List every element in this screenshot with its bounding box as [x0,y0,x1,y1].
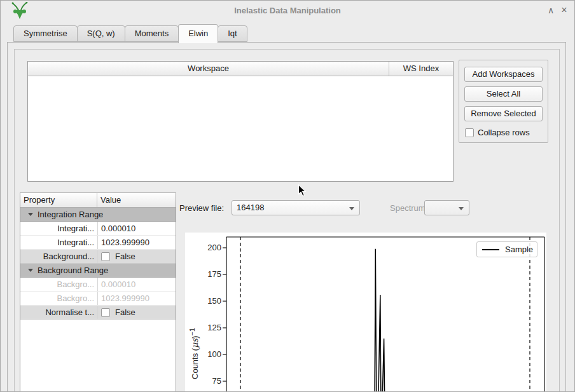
triangle-down-icon[interactable] [28,269,33,272]
property-row[interactable]: Integrati...1023.999990 [20,236,176,250]
y-tick-label: 150 [197,296,221,306]
property-name: Integrati... [20,236,97,249]
app-window: Inelastic Data Manipulation ∧ × Symmetri… [0,0,575,392]
tab-symmetrise[interactable]: Symmetrise [13,25,78,42]
y-tick-label: 200 [197,243,221,252]
property-row[interactable]: Backgro...0.000010 [20,278,176,292]
plot-legend: Sample [476,241,537,257]
property-value[interactable]: 0.000010 [97,222,176,235]
collapse-rows-checkbox-row[interactable]: Collapse rows [465,128,530,137]
property-row[interactable]: Backgro...1023.999990 [20,292,176,306]
property-value[interactable]: 1023.999990 [97,236,176,249]
column-header-workspace[interactable]: Workspace [28,62,389,76]
workspace-table-header: Workspace WS Index [28,62,453,76]
tab-elwin[interactable]: Elwin [178,24,218,43]
boolean-checkbox[interactable] [101,252,110,261]
y-tick-label: 75 [197,376,221,386]
y-tick-label: 125 [197,323,221,332]
tab-iqt[interactable]: Iqt [218,25,247,42]
spectrum-label: Spectrum: [390,203,427,213]
close-window-icon[interactable]: × [558,4,570,16]
property-group-label: Integration Range [38,208,103,221]
property-rows: Integration RangeIntegrati...0.000010Int… [20,208,176,320]
mouse-cursor-icon [298,184,307,199]
spectrum-combobox[interactable] [424,200,469,215]
collapse-rows-checkbox[interactable] [465,128,474,137]
preview-file-combobox[interactable]: 164198 [232,200,360,215]
property-name: Backgro... [20,292,97,305]
chevron-down-icon [349,207,354,210]
property-name: Integrati... [20,222,97,235]
workspace-actions-group: Add Workspaces Select All Remove Selecte… [459,60,548,143]
property-row[interactable]: Background...False [20,250,176,264]
preview-file-label: Preview file: [179,203,224,213]
property-group-label: Background Range [38,264,108,277]
preview-file-value: 164198 [237,203,264,212]
title-bar[interactable]: Inelastic Data Manipulation ∧ × [1,1,574,21]
y-tick-label: 100 [197,349,221,359]
column-header-property: Property [20,193,97,207]
property-value[interactable]: 0.000010 [97,278,176,291]
property-name: Backgro... [20,278,97,291]
property-tree-header: Property Value [20,193,176,208]
collapse-rows-label: Collapse rows [478,128,530,137]
window-title: Inelastic Data Manipulation [1,6,574,15]
legend-label-sample: Sample [505,245,533,254]
tab-moments[interactable]: Moments [125,25,179,42]
tab-bar: SymmetriseS(Q, w)MomentsElwinIqt [13,25,247,42]
boolean-text: False [115,250,135,263]
select-all-button[interactable]: Select All [464,86,543,102]
add-workspaces-button[interactable]: Add Workspaces [464,67,543,82]
remove-selected-button[interactable]: Remove Selected [464,106,543,121]
boolean-text: False [115,306,135,319]
property-value[interactable]: 1023.999990 [97,292,176,305]
property-row[interactable]: Integration Range [20,208,176,222]
y-tick-label: 175 [197,269,221,279]
triangle-down-icon[interactable] [28,213,33,216]
property-name: Normalise t... [20,306,97,319]
property-row[interactable]: Background Range [20,264,176,278]
workspace-table[interactable]: Workspace WS Index [27,61,454,182]
shade-window-icon[interactable]: ∧ [545,4,557,16]
property-row[interactable]: Normalise t...False [20,306,176,320]
property-value[interactable]: False [97,306,176,319]
property-name: Background... [20,250,97,263]
column-header-ws-index[interactable]: WS Index [389,62,453,76]
boolean-checkbox[interactable] [101,308,110,317]
property-row[interactable]: Integrati...0.000010 [20,222,176,236]
sample-curve [226,249,544,392]
property-value[interactable]: False [97,250,176,263]
chevron-down-icon [459,207,464,210]
tab-s-q-w[interactable]: S(Q, w) [77,25,125,42]
property-tree[interactable]: Property Value Integration RangeIntegrat… [20,193,176,392]
preview-plot[interactable]: Counts (μs)−1 Sample 20017515012510075 [185,233,546,392]
column-header-value: Value [97,193,176,207]
legend-line-sample-icon [482,249,499,250]
